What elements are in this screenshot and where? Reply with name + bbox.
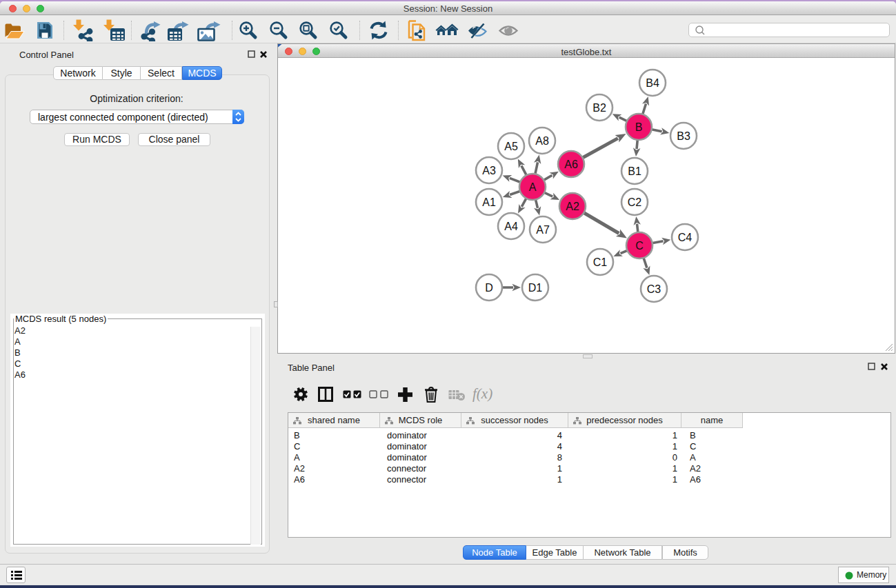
svg-text:A8: A8	[535, 135, 549, 147]
svg-text:A3: A3	[482, 165, 496, 176]
svg-text:A6: A6	[564, 159, 578, 170]
svg-text:A1: A1	[482, 196, 496, 208]
svg-text:C1: C1	[593, 256, 608, 268]
svg-text:C4: C4	[678, 232, 693, 243]
svg-text:B2: B2	[593, 102, 606, 114]
svg-text:A5: A5	[504, 141, 518, 152]
svg-text:A7: A7	[536, 224, 550, 236]
svg-text:C3: C3	[647, 283, 661, 295]
svg-text:B3: B3	[677, 130, 690, 142]
svg-text:B1: B1	[628, 165, 641, 177]
svg-text:B: B	[635, 121, 643, 133]
svg-text:A4: A4	[504, 221, 518, 232]
svg-text:B4: B4	[646, 77, 659, 89]
svg-text:C: C	[635, 240, 644, 252]
svg-text:D1: D1	[528, 282, 543, 294]
svg-text:A: A	[529, 181, 537, 193]
svg-text:C2: C2	[628, 196, 642, 208]
svg-text:D: D	[485, 282, 493, 294]
svg-text:A2: A2	[566, 201, 579, 212]
